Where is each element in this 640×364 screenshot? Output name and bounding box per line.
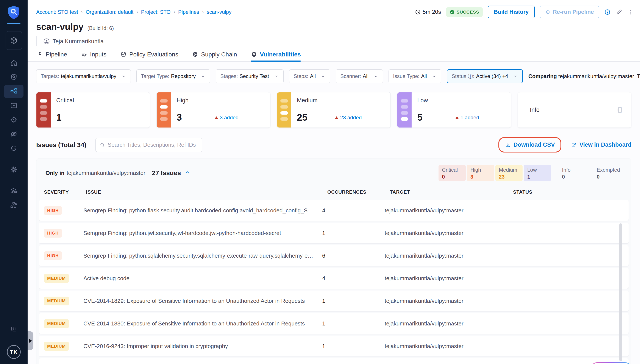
breadcrumb-item[interactable]: Account: STO test (36, 9, 78, 15)
status-badge: SUCCESS (446, 7, 482, 17)
summary-chip-critical: Critical0 (438, 165, 466, 181)
sidebar-item-eye-off[interactable] (4, 127, 24, 141)
clock-icon (415, 9, 421, 15)
filter-scanner[interactable]: Scanner:All (336, 69, 383, 83)
info-icon[interactable] (604, 9, 611, 15)
issue-target: tejakummarikuntla/vulpy:master (385, 320, 508, 327)
severity-strip-icon (157, 92, 171, 128)
breadcrumb-item[interactable]: Pipelines (178, 9, 199, 15)
breadcrumb-item[interactable]: Organization: default (86, 9, 133, 15)
severity-card-critical[interactable]: Critical1 (36, 92, 150, 128)
main-area: Account: STO test›Organization: default›… (28, 0, 640, 364)
sidebar-item-network-gear[interactable] (4, 198, 24, 212)
sidebar-item-layers-gear[interactable] (4, 184, 24, 198)
issue-title: CVE-2014-1829: Exposure of Sensitive Inf… (83, 298, 322, 304)
breadcrumb-item[interactable]: Project: STO (141, 9, 171, 15)
expand-arrow-icon (29, 338, 32, 343)
settings-gear-icon (10, 166, 18, 174)
issue-title: CVE-2014-1830: Exposure of Sensitive Inf… (83, 320, 322, 327)
app-root: TK Account: STO test›Organization: defau… (0, 0, 640, 364)
table-row[interactable]: MEDIUMCVE-2014-1830: Exposure of Sensiti… (39, 313, 628, 334)
table-row[interactable]: MEDIUMCVE-2014-1829: Exposure of Sensiti… (39, 290, 628, 311)
module-switcher[interactable] (6, 31, 22, 50)
user-avatar[interactable]: TK (7, 345, 21, 359)
topbar-actions: 5m 20s SUCCESS Build History Re-run Pipe… (415, 6, 634, 18)
comparing-text: Comparing tejakummarikuntla/vulpy:master… (528, 73, 640, 80)
column-header-target: TARGET (390, 189, 513, 195)
severity-card-high[interactable]: High33 added (157, 92, 270, 128)
shield-scan-icon (10, 73, 18, 81)
nav-divider (5, 159, 23, 159)
filter-status[interactable]: Status ⓘ:Active (34) +4 (447, 69, 523, 83)
table-row[interactable]: HIGHSemgrep Finding: python.jwt.security… (39, 223, 628, 244)
collapse-chevron-up-icon[interactable] (185, 170, 191, 176)
sto-logo-icon[interactable] (7, 5, 21, 20)
severity-badge: HIGH (44, 206, 62, 215)
filter-targets[interactable]: Targets:tejakummarikuntla/vulpy (36, 69, 131, 83)
sidebar-item-pipelines[interactable] (4, 85, 24, 98)
triangle-up-icon (455, 116, 459, 119)
sidebar-item-executions[interactable] (4, 99, 24, 112)
home-icon (10, 59, 18, 67)
sidebar-item-home[interactable] (4, 56, 24, 70)
chip-divider (554, 165, 554, 181)
severity-card-info[interactable]: Info0 (518, 92, 631, 128)
help-chat-icon[interactable] (11, 326, 17, 332)
search-input[interactable] (108, 142, 198, 148)
group-only-in-label: Only in (46, 170, 65, 176)
issues-search[interactable] (96, 138, 202, 152)
download-csv-button[interactable]: Download CSV (505, 142, 555, 148)
tab-inputs[interactable]: Inputs (81, 51, 107, 62)
issues-toolbar: Issues (Total 34) Download CSV View in (36, 137, 631, 152)
breadcrumb-item[interactable]: scan-vulpy (207, 9, 231, 15)
sidebar-expand-handle[interactable] (28, 331, 34, 350)
issue-occurrences: 1 (322, 343, 385, 350)
vertical-scrollbar[interactable] (619, 223, 622, 361)
group-issue-count: 27 Issues (152, 169, 181, 176)
issue-occurrences: 1 (322, 298, 385, 304)
group-target: tejakummarikuntla/vulpy:master (67, 170, 146, 176)
tab-supply-chain[interactable]: Supply Chain (192, 51, 237, 62)
table-row[interactable]: MEDIUMCVE-2017-11424: PyJWT: should...1t… (39, 358, 628, 364)
severity-card-low[interactable]: Low51 added (397, 92, 511, 128)
breadcrumb-separator: › (174, 9, 175, 15)
severity-strip-icon (397, 92, 412, 128)
issues-table-header: SEVERITYISSUEOCCURRENCESTARGETSTATUS (37, 183, 631, 200)
filter-steps[interactable]: Steps:All (289, 69, 330, 83)
table-row[interactable]: MEDIUMActive debug code4tejakummarikuntl… (39, 268, 628, 288)
filter-stages[interactable]: Stages:Security Test (216, 69, 283, 83)
filter-target-type[interactable]: Target Type:Repository (136, 69, 210, 83)
build-history-button[interactable]: Build History (488, 6, 535, 18)
triangle-up-icon (215, 116, 218, 119)
tab-vulnerabilities[interactable]: Vulnerabilities (251, 51, 301, 62)
sidebar-item-getting-started[interactable] (4, 142, 24, 155)
added-indicator: 3 added (215, 114, 239, 120)
tab-pipeline[interactable]: Pipeline (37, 51, 67, 62)
sidebar-item-targets[interactable] (4, 113, 24, 126)
issues-title: Issues (Total 34) (36, 141, 87, 148)
table-row[interactable]: HIGHSemgrep Finding: python.flask.securi… (39, 200, 628, 221)
issues-table-body: HIGHSemgrep Finding: python.flask.securi… (37, 200, 631, 364)
chevron-down-icon (200, 74, 206, 79)
issue-title: Semgrep Finding: python.sqlalchemy.secur… (83, 252, 322, 259)
severity-cards-row: Critical1High33 addedMedium2523 addedLow… (36, 92, 631, 128)
ask-ai-button[interactable]: Ask AI (590, 362, 632, 364)
user-circle-icon (43, 38, 50, 45)
sidebar-item-shield-scan[interactable] (4, 70, 24, 84)
tab-policy-evaluations[interactable]: Policy Evaluations (120, 51, 178, 62)
severity-card-medium[interactable]: Medium2523 added (277, 92, 391, 128)
breadcrumb-separator: › (202, 9, 204, 15)
more-options-kebab-icon[interactable] (627, 9, 634, 15)
edit-pencil-icon[interactable] (616, 9, 622, 15)
view-in-dashboard-button[interactable]: View in Dashboard (571, 142, 631, 148)
added-indicator: 23 added (335, 114, 362, 120)
table-row[interactable]: MEDIUMCVE-2016-9243: Improper input vali… (39, 336, 628, 356)
sidebar-item-settings-gear[interactable] (4, 163, 24, 176)
table-row[interactable]: HIGHSemgrep Finding: python.sqlalchemy.s… (39, 245, 628, 266)
summary-chip-high: High3 (467, 165, 494, 181)
filter-issue-type[interactable]: Issue Type:All (388, 69, 441, 83)
content: Targets:tejakummarikuntla/vulpyTarget Ty… (28, 62, 640, 364)
rerun-pipeline-button[interactable]: Re-run Pipeline (540, 6, 599, 18)
vulnerabilities-tab-icon (251, 51, 257, 58)
issue-title: Semgrep Finding: python.flask.security.a… (83, 207, 322, 214)
